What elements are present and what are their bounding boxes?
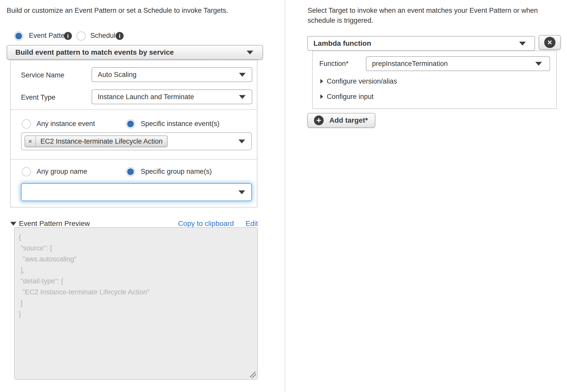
target-type-select[interactable]: Lambda function xyxy=(307,36,535,51)
schedule-radio-label: Schedule xyxy=(90,32,119,40)
chevron-down-icon xyxy=(247,51,253,54)
event-pattern-preview-textarea[interactable]: { "source": [ "aws.autoscaling" ], "deta… xyxy=(14,227,258,380)
edit-link[interactable]: Edit xyxy=(246,220,258,228)
service-name-label: Service Name xyxy=(21,71,64,79)
configure-input-label: Configure input xyxy=(327,93,374,101)
event-pattern-panel: Build or customize an Event Pattern or s… xyxy=(0,0,285,392)
any-instance-event-radio[interactable] xyxy=(22,119,31,129)
add-target-button[interactable]: + Add target* xyxy=(307,113,375,128)
any-group-name-radio[interactable] xyxy=(22,167,31,176)
chevron-down-icon xyxy=(519,42,526,45)
close-circle-icon: ✕ xyxy=(544,37,555,48)
event-type-value: Instance Launch and Terminate xyxy=(98,93,194,101)
chevron-right-icon xyxy=(320,79,323,84)
chevron-right-icon xyxy=(320,94,323,99)
remove-tag-button[interactable]: × xyxy=(25,136,36,147)
selected-event-tag-label: EC2 Instance-terminate Lifecycle Action xyxy=(36,136,167,147)
target-config-box: Function* prepInstanceTermination Config… xyxy=(312,51,557,109)
right-intro-text: Select Target to invoke when an event ma… xyxy=(308,6,560,26)
selected-event-tag: × EC2 Instance-terminate Lifecycle Actio… xyxy=(25,135,168,147)
chevron-down-icon xyxy=(238,190,245,194)
function-label: Function* xyxy=(319,60,348,68)
event-pattern-info-icon[interactable]: i xyxy=(64,32,72,40)
left-intro-text: Build or customize an Event Pattern or s… xyxy=(7,6,260,16)
service-name-select[interactable]: Auto Scaling xyxy=(92,67,252,82)
section-divider xyxy=(11,109,257,110)
schedule-info-icon[interactable]: i xyxy=(116,32,124,40)
target-type-value: Lambda function xyxy=(313,39,371,48)
chevron-down-icon xyxy=(535,62,542,66)
remove-target-button[interactable]: ✕ xyxy=(539,35,561,50)
chevron-down-icon xyxy=(239,95,246,99)
event-type-select[interactable]: Instance Launch and Terminate xyxy=(92,89,252,104)
section-divider xyxy=(11,159,257,160)
preview-json-text: { "source": [ "aws.autoscaling" ], "deta… xyxy=(15,228,257,324)
specific-instance-event-radio[interactable] xyxy=(126,119,135,129)
add-target-label: Add target* xyxy=(329,116,368,124)
schedule-radio[interactable] xyxy=(77,31,86,41)
event-pattern-radio[interactable] xyxy=(14,31,23,41)
event-type-label: Event Type xyxy=(21,94,56,101)
any-instance-event-label: Any instance event xyxy=(37,120,95,128)
disclosure-triangle-icon[interactable] xyxy=(10,222,16,226)
chevron-down-icon xyxy=(238,140,245,143)
service-name-value: Auto Scaling xyxy=(98,71,137,79)
plus-circle-icon: + xyxy=(314,116,324,125)
resize-handle[interactable] xyxy=(250,372,256,378)
configure-version-alias-toggle[interactable]: Configure version/alias xyxy=(320,77,397,86)
copy-to-clipboard-link[interactable]: Copy to clipboard xyxy=(178,220,234,228)
function-value: prepInstanceTermination xyxy=(372,60,448,68)
preview-title: Event Pattern Preview xyxy=(19,220,90,228)
any-group-name-label: Any group name xyxy=(37,168,87,176)
group-name-multiselect[interactable] xyxy=(21,183,252,201)
configure-input-toggle[interactable]: Configure input xyxy=(320,92,374,101)
specific-group-name-label: Specific group name(s) xyxy=(141,168,212,176)
targets-panel: Select Target to invoke when an event ma… xyxy=(285,0,567,392)
chevron-down-icon xyxy=(239,73,246,77)
pattern-builder-dropdown[interactable]: Build event pattern to match events by s… xyxy=(7,45,263,60)
specific-group-name-radio[interactable] xyxy=(126,167,135,176)
configure-version-alias-label: Configure version/alias xyxy=(327,77,397,85)
event-pattern-form: Service Name Auto Scaling Event Type Ins… xyxy=(10,60,257,207)
pattern-builder-value: Build event pattern to match events by s… xyxy=(15,48,174,56)
specific-instance-event-label: Specific instance event(s) xyxy=(141,120,220,128)
function-select[interactable]: prepInstanceTermination xyxy=(366,56,550,71)
instance-event-multiselect[interactable]: × EC2 Instance-terminate Lifecycle Actio… xyxy=(21,132,252,150)
